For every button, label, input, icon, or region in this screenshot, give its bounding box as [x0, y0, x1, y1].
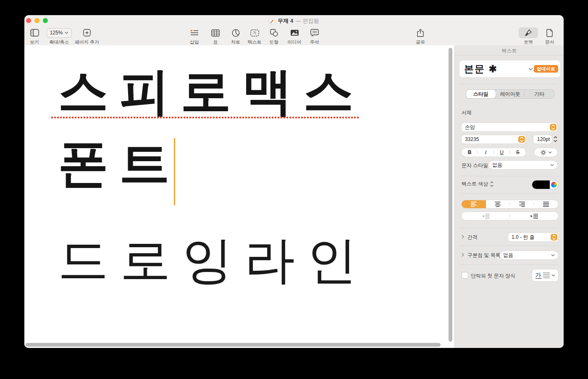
format-sidebar: 텍스트 본문 ✱ 업데이트 스타일 레이아웃 기타 서체 손맘 33235 — [454, 45, 564, 348]
media-image-icon — [290, 27, 299, 38]
align-right-button[interactable] — [510, 200, 534, 208]
spacing-label: 간격 — [467, 234, 478, 241]
align-right-icon — [518, 201, 526, 207]
toolbar-format-button[interactable]: 포맷 — [519, 27, 538, 45]
toolbar-table-button[interactable]: 표 — [206, 27, 225, 45]
table-icon — [211, 27, 220, 38]
shapes-icon — [270, 27, 278, 38]
toolbar-chart-button[interactable]: 차트 — [226, 27, 245, 45]
strikethrough-button[interactable]: S — [510, 148, 526, 157]
zoom-level-value: 125% — [50, 30, 63, 36]
insert-icon — [190, 27, 199, 38]
document-text-line3[interactable]: 드로잉라인 — [58, 235, 369, 285]
toolbar-add-page-button[interactable]: 페이지 추가 — [72, 27, 102, 45]
current-color-swatch[interactable] — [532, 180, 550, 189]
title-bar: 무제 4 — 편집됨 — [24, 15, 564, 26]
font-variant-dropdown[interactable]: 33235 — [462, 135, 526, 144]
text-color-well[interactable] — [532, 180, 558, 189]
font-size-stepper[interactable] — [553, 135, 558, 145]
align-justify-icon — [542, 201, 550, 207]
share-icon — [417, 27, 424, 38]
bold-button[interactable]: B — [462, 148, 478, 157]
spacing-dropdown[interactable]: 1.0 - 한 줄 — [508, 233, 558, 241]
toolbar-text-button[interactable]: 가 텍스트 — [245, 27, 264, 45]
text-color-row: 텍스트 색상 — [462, 180, 494, 188]
divider — [460, 193, 559, 193]
toolbar: 보기 125% 확대/축소 페이지 추가 삽입 — [24, 26, 564, 46]
dropcap-style-button[interactable]: 가 — [532, 269, 558, 281]
bullets-disclosure-chevron[interactable] — [462, 253, 464, 257]
sidebar-header-divider — [455, 55, 564, 55]
char-style-label: 문자 스타일 — [462, 162, 488, 169]
bullets-dropdown[interactable]: 없음 — [500, 251, 558, 259]
font-style-buttons: B I U S — [462, 148, 526, 157]
toolbar-shape-button[interactable]: 도형 — [264, 27, 284, 45]
spacing-disclosure-chevron[interactable] — [462, 235, 464, 239]
toolbar-document-button[interactable]: 문서 — [540, 27, 559, 45]
chevron-down-icon — [550, 164, 554, 166]
dropcap-checkbox[interactable] — [462, 272, 468, 279]
pages-window: 무제 4 — 편집됨 보기 125% 확대/축소 페이지 추가 — [24, 15, 564, 348]
spacing-value: 1.0 - 한 줄 — [512, 234, 551, 241]
gear-icon — [540, 149, 546, 156]
underline-button[interactable]: U — [494, 148, 510, 157]
red-dotted-underline — [51, 117, 359, 118]
toolbar-insert-button[interactable]: 삽입 — [185, 27, 204, 45]
add-page-icon — [83, 27, 91, 38]
document-text-line2[interactable]: 폰트 — [58, 139, 181, 189]
text-box-icon: 가 — [250, 27, 259, 38]
sidebar-tabs: 스타일 레이아웃 기타 — [466, 89, 554, 99]
char-style-dropdown[interactable]: 없음 — [489, 161, 557, 169]
divider — [460, 246, 559, 246]
chevron-down-icon — [551, 274, 555, 277]
update-style-button[interactable]: 업데이트 — [534, 65, 558, 73]
italic-button[interactable]: I — [478, 148, 494, 157]
align-center-button[interactable] — [486, 200, 510, 208]
dropcap-glyph: 가 — [536, 272, 541, 279]
zoom-level-dropdown[interactable]: 125% — [47, 28, 72, 38]
updown-chevrons-icon — [490, 181, 494, 187]
text-color-label: 텍스트 색상 — [462, 180, 488, 188]
chevron-down-icon — [528, 68, 533, 71]
sidebar-panel-title: 텍스트 — [455, 47, 564, 55]
tab-layout[interactable]: 레이아웃 — [496, 90, 525, 98]
tab-style[interactable]: 스타일 — [466, 90, 496, 98]
toolbar-view-button[interactable]: 보기 — [25, 27, 44, 45]
chevron-down-icon — [65, 31, 68, 34]
advanced-text-options-button[interactable] — [534, 148, 557, 157]
tab-more[interactable]: 기타 — [525, 90, 554, 98]
toolbar-media-button[interactable]: 미디어 — [285, 27, 304, 45]
toolbar-share-button[interactable]: 공유 — [411, 27, 430, 45]
bullets-label: 구분점 및 목록 — [467, 252, 501, 259]
updown-stepper-icon — [550, 124, 556, 131]
toolbar-comment-button[interactable]: 주석 — [305, 27, 324, 45]
document-edited-status: — 편집됨 — [296, 17, 319, 25]
font-family-dropdown[interactable]: 손맘 — [462, 123, 557, 131]
align-justify-button[interactable] — [534, 200, 559, 208]
window-title: 무제 4 — 편집됨 — [24, 15, 564, 27]
font-variant-value: 33235 — [465, 136, 518, 142]
font-size-value: 120pt — [537, 136, 550, 142]
align-left-icon — [470, 201, 478, 207]
color-wheel-button[interactable] — [550, 180, 558, 189]
font-section-label: 서체 — [462, 109, 472, 116]
indent-button[interactable] — [510, 212, 558, 220]
color-wheel-icon — [551, 182, 557, 188]
sidebar-view-icon — [30, 27, 39, 38]
chevron-down-icon — [551, 254, 555, 256]
vertical-scrollbar[interactable] — [449, 48, 452, 342]
updown-stepper-icon — [518, 136, 525, 143]
document-title: 무제 4 — [278, 17, 293, 25]
document-canvas[interactable]: 스피로맥스 폰트 드로잉라인 — [24, 45, 454, 348]
horizontal-scrollbar[interactable] — [26, 343, 441, 347]
font-size-field[interactable]: 120pt — [533, 135, 552, 144]
pie-chart-icon — [232, 27, 240, 38]
document-text-line1[interactable]: 스피로맥스 — [58, 66, 365, 117]
divider — [460, 176, 559, 176]
dropcap-lines-icon — [543, 272, 550, 278]
outdent-button[interactable] — [462, 212, 510, 220]
align-left-button[interactable] — [462, 200, 486, 208]
indent-buttons — [462, 212, 558, 220]
paragraph-style-selector[interactable]: 본문 ✱ 업데이트 — [459, 60, 561, 78]
toolbar-zoom-control[interactable]: 125% 확대/축소 — [44, 27, 74, 45]
